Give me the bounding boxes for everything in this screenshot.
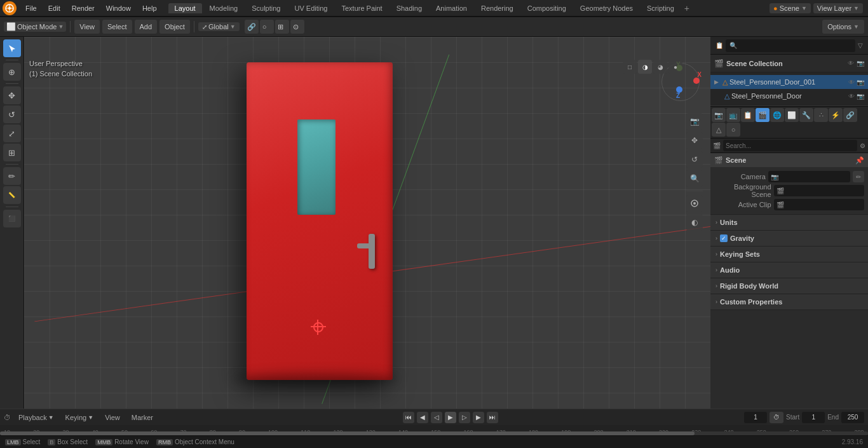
keying-btn[interactable]: Keying ▼ — [62, 413, 98, 422]
select-menu-btn[interactable]: Select — [102, 20, 132, 34]
viewport-camera-btn[interactable]: 📷 — [686, 113, 703, 130]
add-menu-btn[interactable]: Add — [135, 20, 158, 34]
solid-btn[interactable]: ◑ — [638, 60, 652, 74]
timeline-scroll-thumb[interactable] — [0, 431, 695, 435]
gravity-checkbox[interactable]: ✓ — [720, 234, 728, 242]
next-frame-btn[interactable]: ▶ — [473, 412, 484, 423]
tab-compositing[interactable]: Compositing — [521, 3, 573, 13]
current-frame-display[interactable]: 1 — [744, 412, 767, 423]
prop-tab-scene[interactable]: 🎬 — [756, 108, 770, 122]
tab-shading[interactable]: Shading — [390, 3, 428, 13]
menu-window[interactable]: Window — [101, 3, 136, 13]
prop-tab-view-layer[interactable]: 📋 — [741, 108, 755, 122]
tree-cam-1[interactable]: 📷 — [857, 93, 864, 100]
timeline-view-btn[interactable]: View — [101, 413, 124, 422]
outliner-type-icon[interactable]: 📋 — [715, 42, 723, 49]
add-cube-tool-btn[interactable]: ⬛ — [3, 210, 21, 227]
scale-tool-btn[interactable]: ⤢ — [3, 125, 21, 142]
timeline-scrollbar[interactable] — [0, 431, 868, 435]
bg-scene-selector[interactable]: 🎬 — [774, 185, 864, 196]
tree-item-0[interactable]: ▶ △ Steel_Personnel_Door_001 👁 📷 — [710, 75, 868, 89]
prop-tab-modifier[interactable]: 🔧 — [799, 108, 813, 122]
camera-selector[interactable]: 📷 — [768, 171, 850, 182]
view-layer-selector[interactable]: View Layer ▼ — [813, 3, 863, 13]
jump-fwd-btn[interactable]: ▷ — [459, 412, 470, 423]
menu-render[interactable]: Render — [67, 3, 100, 13]
timeline-marker-btn[interactable]: Marker — [128, 413, 157, 422]
object-mode-selector[interactable]: ⬜ Object Mode ▼ — [4, 22, 66, 32]
units-section-header[interactable]: › Units — [710, 215, 868, 230]
viewport-zoom-btn[interactable]: 🔍 — [686, 170, 703, 187]
jump-back-btn[interactable]: ◁ — [431, 412, 442, 423]
keying-sets-header[interactable]: › Keying Sets — [710, 247, 868, 262]
tab-geometry-nodes[interactable]: Geometry Nodes — [574, 3, 639, 13]
menu-file[interactable]: File — [20, 3, 42, 13]
outliner-filter-btn[interactable]: ▽ — [858, 42, 863, 49]
tree-item-1[interactable]: △ Steel_Personnel_Door 👁 📷 — [710, 89, 868, 103]
tab-uv-editing[interactable]: UV Editing — [288, 3, 334, 13]
viewport-rotate-btn[interactable]: ↺ — [686, 151, 703, 168]
gizmo-x-axis[interactable] — [693, 78, 700, 84]
tree-eye-0[interactable]: 👁 — [848, 79, 855, 86]
snap-btn[interactable]: 🔗 — [245, 20, 259, 34]
prop-tab-physics[interactable]: ⚡ — [829, 108, 843, 122]
viewport-material-mode-btn[interactable]: ◐ — [686, 214, 703, 231]
prop-tab-particles[interactable]: ∴ — [814, 108, 828, 122]
tab-layout[interactable]: Layout — [168, 3, 202, 13]
viewport-transform-btn[interactable]: ✥ — [686, 132, 703, 149]
pivot-btn[interactable]: ⊙ — [290, 20, 304, 34]
tree-eye-1[interactable]: 👁 — [848, 93, 855, 100]
camera-edit-btn[interactable]: ✏ — [853, 171, 864, 182]
prop-tab-object-data[interactable]: △ — [712, 123, 726, 137]
prop-tab-constraints[interactable]: 🔗 — [843, 108, 857, 122]
outliner-search-input[interactable] — [726, 39, 855, 52]
audio-section-header[interactable]: › Audio — [710, 262, 868, 278]
timeline-type-icon[interactable]: ⏱ — [4, 414, 11, 421]
material-btn[interactable]: ◕ — [653, 60, 667, 74]
play-btn[interactable]: ▶ — [445, 412, 456, 423]
jump-end-btn[interactable]: ⏭ — [487, 412, 498, 423]
rotate-tool-btn[interactable]: ↺ — [3, 105, 21, 123]
collection-render-icon[interactable]: 📷 — [857, 60, 864, 67]
view-menu-btn[interactable]: View — [74, 20, 100, 34]
tree-cam-0[interactable]: 📷 — [857, 79, 864, 86]
end-frame-input[interactable]: 250 — [841, 412, 864, 423]
active-clip-selector[interactable]: 🎬 — [774, 199, 864, 210]
measure-tool-btn[interactable]: 📏 — [3, 186, 21, 204]
custom-props-header[interactable]: › Custom Properties — [710, 294, 868, 309]
tab-scripting[interactable]: Scripting — [641, 3, 681, 13]
playback-btn[interactable]: Playback ▼ — [15, 413, 58, 422]
tab-rendering[interactable]: Rendering — [475, 3, 520, 13]
prop-tab-world[interactable]: 🌐 — [770, 108, 784, 122]
properties-options-btn[interactable]: ⚙ — [860, 142, 865, 149]
transform-selector[interactable]: ⤢ Global ▼ — [198, 22, 240, 31]
collection-eye-icon[interactable]: 👁 — [848, 60, 854, 67]
select-tool-btn[interactable] — [3, 39, 21, 57]
add-workspace-btn[interactable]: + — [684, 3, 689, 13]
rendered-btn[interactable]: ● — [668, 60, 682, 74]
menu-edit[interactable]: Edit — [43, 3, 65, 13]
properties-search-input[interactable] — [723, 140, 857, 151]
prev-frame-btn[interactable]: ◀ — [417, 412, 428, 423]
gravity-section-header[interactable]: › ✓ Gravity — [710, 231, 868, 246]
tab-texture-paint[interactable]: Texture Paint — [335, 3, 388, 13]
tab-animation[interactable]: Animation — [430, 3, 473, 13]
scene-section-header[interactable]: 🎬 Scene 📌 — [710, 153, 868, 167]
scene-selector[interactable]: ● Scene ▼ — [770, 3, 811, 13]
viewport-3d[interactable]: User Perspective (1) Scene Collection X … — [24, 37, 710, 409]
prop-tab-object[interactable]: ⬜ — [785, 108, 799, 122]
transform-tool-btn[interactable]: ⊞ — [3, 144, 21, 161]
options-btn[interactable]: Options ▼ — [822, 20, 864, 34]
object-menu-btn[interactable]: Object — [159, 20, 190, 34]
transform-orientations-btn[interactable]: ⊞ — [275, 20, 289, 34]
proportional-btn[interactable]: ○ — [260, 20, 274, 34]
tab-sculpting[interactable]: Sculpting — [245, 3, 287, 13]
viewport-render-mode-btn[interactable] — [686, 195, 703, 212]
rigid-body-header[interactable]: › Rigid Body World — [710, 278, 868, 294]
prop-tab-render[interactable]: 📷 — [712, 108, 726, 122]
wireframe-btn[interactable]: □ — [623, 60, 637, 74]
move-tool-btn[interactable]: ✥ — [3, 86, 21, 104]
fps-btn[interactable]: ⏱ — [770, 412, 783, 423]
prop-tab-material[interactable]: ○ — [726, 123, 740, 137]
annotate-tool-btn[interactable]: ✏ — [3, 167, 21, 185]
